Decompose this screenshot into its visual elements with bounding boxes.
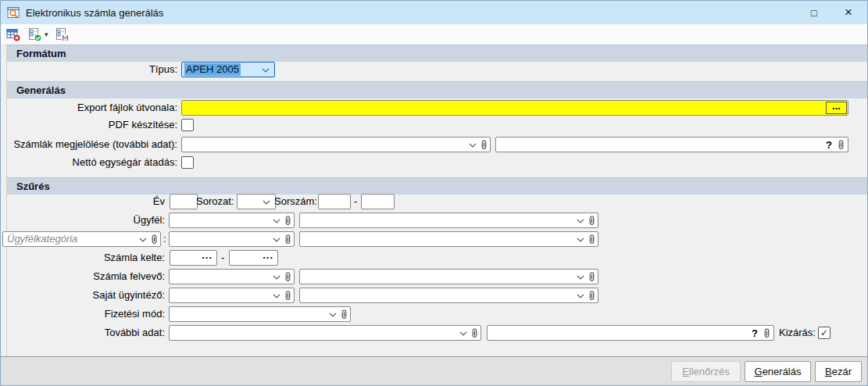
chevron-down-icon[interactable]	[459, 331, 467, 336]
netto-checkbox[interactable]	[181, 156, 194, 169]
kizaras-checkbox[interactable]: ✓	[818, 327, 830, 339]
sorszam-label: Sorszám:	[274, 194, 315, 209]
szamla-kelte-label: Számla kelte:	[104, 250, 165, 266]
chevron-down-icon[interactable]	[577, 238, 584, 242]
paperclip-icon[interactable]	[588, 234, 595, 245]
ellenorzes-button: Ellenőrzés	[671, 361, 741, 382]
ugyintezo-combobox[interactable]	[169, 288, 295, 303]
question-icon[interactable]: ?	[752, 327, 758, 340]
date-picker-ellipsis[interactable]: ...	[202, 249, 213, 261]
section-title: Formátum	[16, 48, 66, 59]
paperclip-icon[interactable]	[763, 328, 770, 338]
generalas-button[interactable]: Generálás	[745, 361, 811, 382]
paperclip-icon[interactable]	[284, 234, 291, 245]
section-header-szures: Szűrés	[7, 177, 867, 195]
sorozat-combobox[interactable]	[237, 194, 276, 209]
kelte-to-datefield[interactable]: ...	[229, 250, 278, 266]
chevron-down-icon[interactable]	[139, 238, 147, 242]
chevron-down-icon[interactable]	[263, 200, 270, 205]
toolbar-save-settings-button[interactable]	[52, 26, 72, 43]
save-settings-icon	[55, 27, 70, 42]
fizetesi-mod-label: Fizetési mód:	[105, 306, 165, 322]
sorozat-label: Sorozat:	[196, 194, 232, 209]
export-path-label: Export fájlok útvonala:	[77, 100, 177, 116]
felvevo-name-combobox[interactable]	[299, 269, 598, 284]
fizetesi-mod-combobox[interactable]	[169, 306, 351, 322]
paperclip-icon[interactable]	[471, 328, 478, 338]
paperclip-icon[interactable]	[588, 216, 595, 226]
toolbar-dropdown-arrow-icon[interactable]: ▾	[45, 30, 48, 38]
date-picker-ellipsis[interactable]: ...	[263, 249, 273, 261]
section-header-formatum: Formátum	[7, 45, 867, 62]
paperclip-icon[interactable]	[480, 140, 488, 150]
tovabbi-adat-value-field[interactable]: ?	[487, 325, 774, 341]
paperclip-icon[interactable]	[588, 291, 595, 301]
button-accel: E	[682, 366, 689, 377]
megjeloles-value-field[interactable]: ?	[495, 137, 848, 152]
ugyintezo-name-combobox[interactable]	[299, 288, 598, 303]
export-cancel-icon	[6, 27, 21, 42]
dialog-window: Elektronikus számla generálás □ ×	[0, 0, 868, 386]
tovabbi-adat-label: További adat:	[105, 325, 165, 341]
chevron-down-icon[interactable]	[329, 313, 337, 317]
kizaras-label: Kizárás:	[779, 325, 815, 341]
window-form-search-icon	[7, 6, 20, 20]
kelte-from-datefield[interactable]: ...	[170, 250, 217, 266]
paperclip-icon[interactable]	[284, 272, 291, 282]
sorszam-to-input[interactable]	[361, 194, 395, 209]
chevron-down-icon[interactable]	[577, 275, 584, 280]
chevron-down-icon[interactable]	[262, 68, 270, 73]
chevron-down-icon[interactable]	[577, 294, 584, 298]
ev-input[interactable]	[170, 194, 198, 209]
toolbar-export-cancel-button[interactable]	[4, 26, 23, 43]
megjeloles-label: Számlák megjelölése (további adat):	[13, 137, 177, 152]
chevron-down-icon[interactable]	[273, 238, 280, 242]
maximize-button[interactable]: □	[797, 1, 831, 24]
ugyfel-label: Ügyfél:	[134, 213, 165, 228]
ev-label: Év	[153, 194, 165, 209]
chevron-down-icon[interactable]	[273, 219, 280, 223]
ugyfel-name-combobox[interactable]	[299, 213, 598, 228]
export-path-field[interactable]: ...	[181, 100, 848, 116]
tovabbi-adat-combobox[interactable]	[169, 325, 481, 341]
felvevo-combobox[interactable]	[169, 269, 295, 284]
range-dash: -	[221, 250, 224, 266]
sajat-ugyintezo-label: Saját ügyintéző:	[92, 288, 165, 303]
megjeloles-combobox[interactable]	[181, 137, 491, 152]
ugyfel-combobox[interactable]	[169, 213, 295, 228]
chevron-down-icon[interactable]	[469, 143, 477, 148]
range-dash: -	[354, 194, 357, 209]
section-title: Generálás	[16, 84, 66, 96]
bezar-button[interactable]: Bezár	[815, 361, 862, 382]
window-title: Elektronikus számla generálás	[26, 7, 163, 19]
toolbar-run-check-button[interactable]: ▾	[25, 26, 51, 43]
button-accel: G	[755, 366, 763, 377]
button-label: ezár	[832, 366, 852, 377]
question-icon[interactable]: ?	[826, 138, 832, 152]
colon-separator: :	[163, 231, 166, 247]
button-accel: B	[825, 366, 832, 377]
pdf-checkbox[interactable]	[181, 119, 194, 131]
button-label: llenőrzés	[689, 366, 730, 377]
paperclip-icon[interactable]	[151, 234, 158, 245]
ugyfelkategoria-value-combobox[interactable]	[169, 231, 295, 247]
paperclip-icon[interactable]	[588, 272, 595, 282]
ugyfelkategoria-combobox[interactable]: Ügyfélkategória	[2, 231, 161, 247]
paperclip-icon[interactable]	[341, 309, 348, 320]
browse-button[interactable]: ...	[826, 102, 847, 114]
szamla-felvevo-label: Számla felvevő:	[93, 269, 165, 284]
chevron-down-icon[interactable]	[273, 294, 280, 298]
paperclip-icon[interactable]	[284, 291, 291, 301]
chevron-down-icon[interactable]	[273, 275, 280, 280]
check-icon: ✓	[820, 327, 828, 338]
sorszam-from-input[interactable]	[318, 194, 351, 209]
netto-label: Nettó egységár átadás:	[73, 155, 177, 170]
close-button[interactable]: ×	[831, 1, 866, 24]
ugyfelkategoria-name-combobox[interactable]	[299, 231, 598, 247]
paperclip-icon[interactable]	[284, 216, 291, 226]
toolbar: ▾	[1, 24, 867, 45]
button-label: enerálás	[763, 366, 802, 377]
paperclip-icon[interactable]	[838, 140, 845, 150]
tipus-combobox[interactable]: APEH 2005	[181, 62, 275, 77]
chevron-down-icon[interactable]	[577, 219, 584, 223]
